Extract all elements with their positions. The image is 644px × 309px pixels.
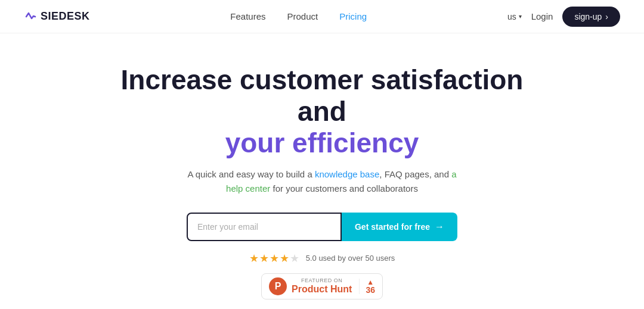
product-hunt-votes: ▲ 36	[359, 279, 375, 294]
nav-right: us ▾ Login sign-up ›	[507, 7, 620, 27]
locale-chevron-icon: ▾	[519, 13, 522, 20]
logo-text: SIEDESK	[41, 10, 90, 23]
nav-features[interactable]: Features	[230, 11, 265, 21]
nav-links: Features Product Pricing	[230, 11, 367, 22]
hero-subtitle: A quick and easy way to build a knowledg…	[179, 167, 465, 196]
social-proof: ★★★★★ 5.0 used by over 50 users	[249, 252, 395, 265]
logo-icon	[24, 10, 37, 23]
email-form: Get started for free →	[187, 213, 457, 241]
rating-value: 5.0 used by over 50 users	[306, 254, 395, 263]
product-hunt-text: FEATURED ON Product Hunt	[292, 277, 352, 295]
cta-button[interactable]: Get started for free →	[342, 213, 457, 241]
locale-selector[interactable]: us ▾	[507, 12, 522, 21]
cta-arrow-icon: →	[435, 221, 444, 232]
nav-pricing[interactable]: Pricing	[339, 11, 367, 21]
logo[interactable]: SIEDESK	[24, 10, 90, 23]
upvote-arrow-icon: ▲	[367, 279, 374, 286]
navbar: SIEDESK Features Product Pricing us ▾ Lo…	[0, 0, 644, 33]
signup-button[interactable]: sign-up ›	[562, 7, 620, 27]
nav-product[interactable]: Product	[287, 11, 318, 21]
login-link[interactable]: Login	[531, 11, 553, 21]
star-rating: ★★★★★	[249, 252, 300, 265]
hero-section: Increase customer satisfaction and your …	[0, 33, 644, 299]
signup-arrow-icon: ›	[605, 12, 608, 21]
product-hunt-badge[interactable]: P FEATURED ON Product Hunt ▲ 36	[261, 273, 383, 299]
hero-title: Increase customer satisfaction and your …	[107, 64, 537, 159]
email-input[interactable]	[187, 213, 342, 241]
product-hunt-icon: P	[269, 277, 287, 295]
